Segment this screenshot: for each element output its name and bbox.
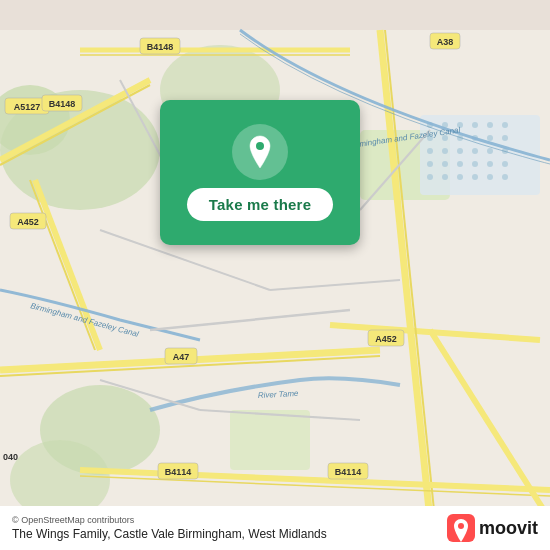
moovit-logo: moovit xyxy=(447,514,538,542)
location-label: The Wings Family, Castle Vale Birmingham… xyxy=(12,527,327,541)
svg-point-11 xyxy=(502,122,508,128)
svg-point-32 xyxy=(457,174,463,180)
svg-text:040: 040 xyxy=(3,452,18,462)
svg-text:B4114: B4114 xyxy=(335,467,362,477)
svg-text:A452: A452 xyxy=(375,334,397,344)
map-container: A5127 B4148 B4148 A452 A452 A47 A38 B411… xyxy=(0,0,550,550)
svg-text:B4148: B4148 xyxy=(147,42,174,52)
svg-text:B4114: B4114 xyxy=(165,467,192,477)
svg-point-34 xyxy=(487,174,493,180)
svg-text:A38: A38 xyxy=(437,37,454,47)
svg-point-19 xyxy=(442,148,448,154)
location-icon-wrap xyxy=(232,124,288,180)
osm-credit: © OpenStreetMap contributors xyxy=(12,515,327,525)
svg-point-21 xyxy=(472,148,478,154)
location-pin-icon xyxy=(244,134,276,170)
svg-point-9 xyxy=(472,122,478,128)
svg-point-28 xyxy=(487,161,493,167)
svg-point-10 xyxy=(487,122,493,128)
svg-text:A47: A47 xyxy=(173,352,190,362)
take-me-there-button[interactable]: Take me there xyxy=(187,188,333,221)
map-svg: A5127 B4148 B4148 A452 A452 A47 A38 B411… xyxy=(0,0,550,550)
svg-point-35 xyxy=(502,174,508,180)
svg-point-22 xyxy=(487,148,493,154)
svg-text:A452: A452 xyxy=(17,217,39,227)
bottom-left-info: © OpenStreetMap contributors The Wings F… xyxy=(12,515,327,541)
svg-point-16 xyxy=(487,135,493,141)
moovit-brand-name: moovit xyxy=(479,518,538,539)
svg-rect-38 xyxy=(230,410,310,470)
svg-point-26 xyxy=(457,161,463,167)
svg-point-25 xyxy=(442,161,448,167)
action-card: Take me there xyxy=(160,100,360,245)
svg-point-29 xyxy=(502,161,508,167)
svg-point-17 xyxy=(502,135,508,141)
svg-point-18 xyxy=(427,148,433,154)
svg-point-31 xyxy=(442,174,448,180)
moovit-brand-icon xyxy=(447,514,475,542)
svg-point-20 xyxy=(457,148,463,154)
svg-point-30 xyxy=(427,174,433,180)
svg-point-27 xyxy=(472,161,478,167)
svg-point-24 xyxy=(427,161,433,167)
svg-point-85 xyxy=(256,142,264,150)
svg-point-33 xyxy=(472,174,478,180)
svg-text:A5127: A5127 xyxy=(14,102,41,112)
bottom-bar: © OpenStreetMap contributors The Wings F… xyxy=(0,506,550,550)
svg-point-87 xyxy=(458,523,464,529)
svg-text:B4148: B4148 xyxy=(49,99,76,109)
